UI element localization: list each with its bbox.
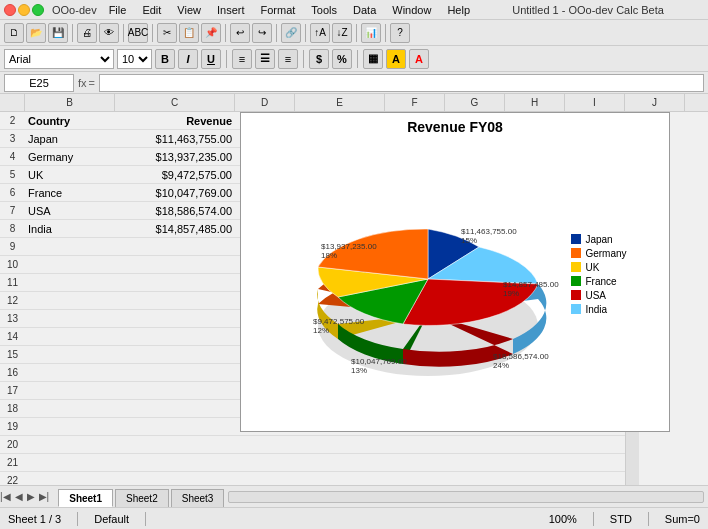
cell-c8[interactable]: $14,857,485.00 <box>115 220 235 238</box>
menu-view[interactable]: View <box>175 4 203 16</box>
cell-b14[interactable] <box>25 328 115 346</box>
cell-b10[interactable] <box>25 256 115 274</box>
italic-button[interactable]: I <box>178 49 198 69</box>
row-header-2[interactable]: 2 <box>0 112 25 130</box>
cell-c20[interactable] <box>115 436 235 454</box>
cell-c2[interactable]: Revenue <box>115 112 235 130</box>
minimize-button[interactable] <box>18 4 30 16</box>
cell-h21[interactable] <box>505 454 565 472</box>
menu-help[interactable]: Help <box>445 4 472 16</box>
hyperlink-button[interactable]: 🔗 <box>281 23 301 43</box>
new-button[interactable]: 🗋 <box>4 23 24 43</box>
cell-e20[interactable] <box>295 436 385 454</box>
col-header-i[interactable]: I <box>565 94 625 111</box>
row-header-16[interactable]: 16 <box>0 364 25 382</box>
row-header-21[interactable]: 21 <box>0 454 25 472</box>
row-header-9[interactable]: 9 <box>0 238 25 256</box>
cell-f22[interactable] <box>385 472 445 485</box>
cell-b8[interactable]: India <box>25 220 115 238</box>
sheet-tab-3[interactable]: Sheet3 <box>171 489 225 507</box>
cell-i20[interactable] <box>565 436 625 454</box>
cell-b9[interactable] <box>25 238 115 256</box>
preview-button[interactable]: 👁 <box>99 23 119 43</box>
tab-scroll-prev[interactable]: ◀ <box>15 491 23 502</box>
cell-c12[interactable] <box>115 292 235 310</box>
col-header-j[interactable]: J <box>625 94 685 111</box>
copy-button[interactable]: 📋 <box>179 23 199 43</box>
col-header-e[interactable]: E <box>295 94 385 111</box>
save-button[interactable]: 💾 <box>48 23 68 43</box>
cell-i21[interactable] <box>565 454 625 472</box>
cell-f21[interactable] <box>385 454 445 472</box>
menu-data[interactable]: Data <box>351 4 378 16</box>
col-header-b[interactable]: B <box>25 94 115 111</box>
align-right-button[interactable]: ≡ <box>278 49 298 69</box>
row-header-10[interactable]: 10 <box>0 256 25 274</box>
help-button[interactable]: ? <box>390 23 410 43</box>
cell-c22[interactable] <box>115 472 235 485</box>
sort-desc-button[interactable]: ↓Z <box>332 23 352 43</box>
cell-c16[interactable] <box>115 364 235 382</box>
row-header-17[interactable]: 17 <box>0 382 25 400</box>
row-header-14[interactable]: 14 <box>0 328 25 346</box>
cell-c15[interactable] <box>115 346 235 364</box>
cell-b20[interactable] <box>25 436 115 454</box>
close-button[interactable] <box>4 4 16 16</box>
cell-c18[interactable] <box>115 400 235 418</box>
formula-input[interactable] <box>99 74 704 92</box>
cell-b12[interactable] <box>25 292 115 310</box>
cell-c3[interactable]: $11,463,755.00 <box>115 130 235 148</box>
cell-c11[interactable] <box>115 274 235 292</box>
row-header-8[interactable]: 8 <box>0 220 25 238</box>
equals-icon[interactable]: = <box>89 77 95 89</box>
cell-c4[interactable]: $13,937,235.00 <box>115 148 235 166</box>
align-center-button[interactable]: ☰ <box>255 49 275 69</box>
row-header-6[interactable]: 6 <box>0 184 25 202</box>
cell-e21[interactable] <box>295 454 385 472</box>
menu-window[interactable]: Window <box>390 4 433 16</box>
font-color-button[interactable]: A <box>409 49 429 69</box>
cell-b22[interactable] <box>25 472 115 485</box>
col-header-c[interactable]: C <box>115 94 235 111</box>
undo-button[interactable]: ↩ <box>230 23 250 43</box>
cell-c6[interactable]: $10,047,769.00 <box>115 184 235 202</box>
cell-b5[interactable]: UK <box>25 166 115 184</box>
row-header-5[interactable]: 5 <box>0 166 25 184</box>
font-size-select[interactable]: 10 <box>117 49 152 69</box>
cell-b11[interactable] <box>25 274 115 292</box>
cell-d20[interactable] <box>235 436 295 454</box>
tab-scroll-last[interactable]: ▶| <box>39 491 50 502</box>
cell-b2[interactable]: Country <box>25 112 115 130</box>
cell-b7[interactable]: USA <box>25 202 115 220</box>
col-header-f[interactable]: F <box>385 94 445 111</box>
row-header-3[interactable]: 3 <box>0 130 25 148</box>
tab-scroll-next[interactable]: ▶ <box>27 491 35 502</box>
cell-b18[interactable] <box>25 400 115 418</box>
cell-b3[interactable]: Japan <box>25 130 115 148</box>
cell-c19[interactable] <box>115 418 235 436</box>
cell-c17[interactable] <box>115 382 235 400</box>
row-header-11[interactable]: 11 <box>0 274 25 292</box>
spell-button[interactable]: ABC <box>128 23 148 43</box>
cell-d22[interactable] <box>235 472 295 485</box>
row-header-20[interactable]: 20 <box>0 436 25 454</box>
cell-b15[interactable] <box>25 346 115 364</box>
cell-e22[interactable] <box>295 472 385 485</box>
row-header-4[interactable]: 4 <box>0 148 25 166</box>
row-header-22[interactable]: 22 <box>0 472 25 485</box>
redo-button[interactable]: ↪ <box>252 23 272 43</box>
tab-scroll-first[interactable]: |◀ <box>0 491 11 502</box>
row-header-12[interactable]: 12 <box>0 292 25 310</box>
font-select[interactable]: Arial <box>4 49 114 69</box>
cell-b13[interactable] <box>25 310 115 328</box>
row-header-18[interactable]: 18 <box>0 400 25 418</box>
cell-b21[interactable] <box>25 454 115 472</box>
percent-button[interactable]: % <box>332 49 352 69</box>
paste-button[interactable]: 📌 <box>201 23 221 43</box>
row-header-19[interactable]: 19 <box>0 418 25 436</box>
chart-button[interactable]: 📊 <box>361 23 381 43</box>
print-button[interactable]: 🖨 <box>77 23 97 43</box>
cell-c9[interactable] <box>115 238 235 256</box>
cell-g20[interactable] <box>445 436 505 454</box>
col-header-d[interactable]: D <box>235 94 295 111</box>
